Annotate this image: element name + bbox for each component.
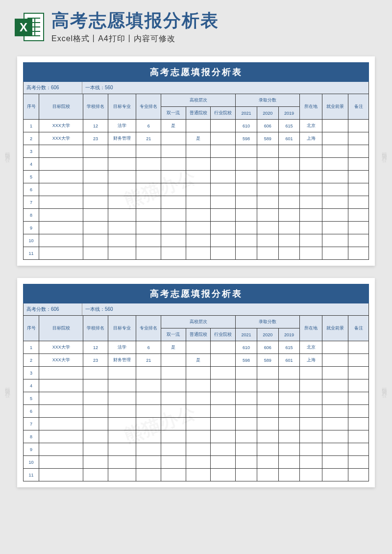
table-cell [83,247,108,260]
table-cell: 10 [24,456,39,469]
table-cell [322,354,348,367]
col-score-group: 录取分数 [236,94,300,107]
table-cell [108,379,136,392]
table-cell [39,392,83,405]
table-cell [211,171,236,183]
table-cell [257,183,278,196]
table-cell [161,354,186,367]
table-cell [278,171,300,183]
table-cell [257,430,278,443]
table-cell [161,430,186,443]
table-cell [322,158,348,171]
table-cell [108,469,136,481]
table-cell: 3 [24,367,39,379]
table-cell [300,171,322,183]
table-cell [211,209,236,222]
col-score-group: 录取分数 [236,316,300,328]
table-cell [108,456,136,469]
side-watermark: 熊猫办公 [381,147,388,155]
table-row: 3 [24,367,369,379]
analysis-table: 序号 目标院校 学校排名 目标专业 专业排名 高校层次 录取分数 所在地 就业前… [23,315,369,481]
col-major-rank: 专业排名 [136,94,161,120]
table-row: 1XXX大学12法学6是610606615北京 [24,341,369,354]
table-cell: 598 [236,354,257,367]
table-cell: 7 [24,196,39,209]
table-cell [300,234,322,247]
table-cell [211,183,236,196]
table-cell [186,234,211,247]
table-cell: 1 [24,120,39,132]
table-cell [278,158,300,171]
table-cell [161,132,186,145]
table-cell: 23 [83,354,108,367]
score-cell: 高考分数：606 [24,82,82,94]
table-cell [300,469,322,481]
table-row: 4 [24,158,369,171]
table-cell [322,418,348,430]
table-cell [186,456,211,469]
table-cell [236,222,257,234]
table-cell [278,443,300,456]
table-cell [278,392,300,405]
table-cell: 法学 [108,120,136,132]
table-cell [211,418,236,430]
table-cell: 589 [257,132,278,145]
page-header: X 高考志愿填报分析表 Excel格式丨A4打印丨内容可修改 [0,0,392,49]
table-cell [257,418,278,430]
table-cell: 10 [24,234,39,247]
table-cell [300,196,322,209]
table-cell [39,405,83,418]
col-prospect: 就业前景 [322,316,348,341]
table-cell [186,196,211,209]
table-cell [322,234,348,247]
table-cell [348,171,369,183]
table-cell [39,379,83,392]
table-cell [236,367,257,379]
col-major: 目标专业 [108,94,136,120]
table-cell: 法学 [108,341,136,354]
table-cell: 21 [136,354,161,367]
table-cell: 615 [278,341,300,354]
table-cell [236,418,257,430]
table-cell [278,183,300,196]
table-cell: 2 [24,132,39,145]
table-cell [348,196,369,209]
table-cell [322,145,348,158]
side-watermark: 熊猫办公 [4,382,11,390]
table-cell: 7 [24,418,39,430]
col-level-c: 行业院校 [211,107,236,120]
table-cell [236,234,257,247]
table-row: 2XXX大学23财务管理21是598589601上海 [24,354,369,367]
table-cell [136,456,161,469]
col-2021: 2021 [236,328,257,341]
table-cell [300,222,322,234]
table-cell [348,430,369,443]
table-cell [39,469,83,481]
table-cell [161,405,186,418]
table-cell [348,469,369,481]
table-cell [39,171,83,183]
table-cell [83,183,108,196]
table-cell: 1 [24,341,39,354]
col-location: 所在地 [300,316,322,341]
table-cell [257,379,278,392]
table-cell [348,120,369,132]
table-cell [211,354,236,367]
table-cell [300,158,322,171]
table-cell [257,171,278,183]
table-cell [108,196,136,209]
table-row: 7 [24,418,369,430]
table-cell [211,456,236,469]
table-row: 10 [24,234,369,247]
table-cell [136,171,161,183]
table-cell [108,145,136,158]
table-cell [108,392,136,405]
col-2019: 2019 [278,107,300,120]
table-cell [257,247,278,260]
table-cell [136,392,161,405]
table-cell [211,234,236,247]
table-cell: 589 [257,354,278,367]
table-cell [108,405,136,418]
table-cell [39,222,83,234]
table-cell [39,418,83,430]
